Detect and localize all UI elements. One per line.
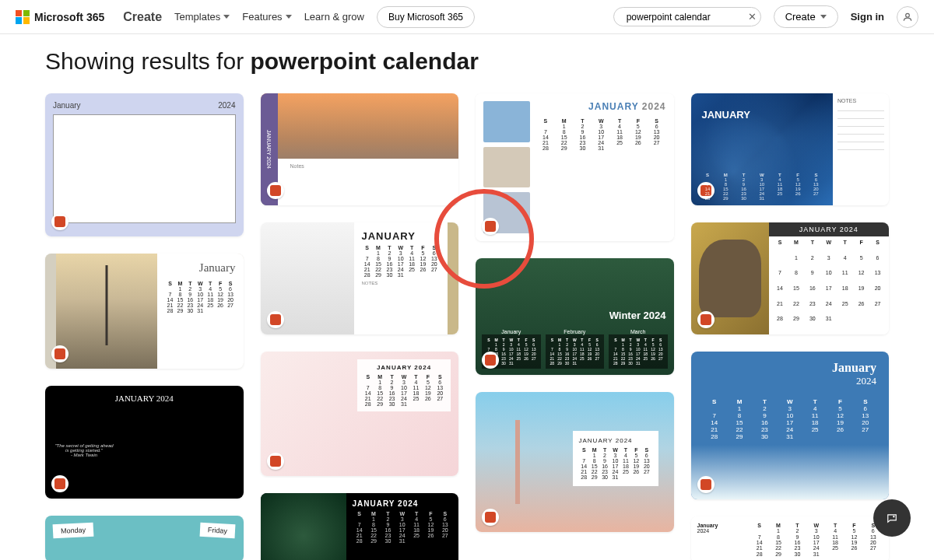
calendar-grid: SMTWTFS123456789101112131415161718192021… <box>702 398 879 440</box>
calendar-grid: SMTWTFS123456789101112131415161718192021… <box>546 334 605 369</box>
svg-point-2 <box>906 13 910 17</box>
powerpoint-badge-icon <box>51 475 68 492</box>
card-title: JANUARY 2024 <box>362 364 446 371</box>
card-month: JANUARY <box>588 101 638 112</box>
calendar-grid: SMTWTFS123456789101112131415161718192021… <box>362 245 441 278</box>
template-card[interactable]: JANUARY 2024 SMTWTFS12345678910111213141… <box>691 222 890 334</box>
sign-in-link[interactable]: Sign in <box>851 11 884 23</box>
card-preview: January 2024 SMTWTFS12345678910111213141… <box>691 352 890 499</box>
svg-point-3 <box>893 516 894 517</box>
nav-templates[interactable]: Templates <box>174 11 230 23</box>
calendar-grid: SMTWTFS123456789101112131415161718192021… <box>362 374 446 407</box>
create-button-label: Create <box>785 11 816 23</box>
card-title: JANUARY 2024 <box>53 394 236 403</box>
card-title: JANUARY 2024 <box>769 222 890 236</box>
template-card[interactable]: JANUARY 2024 SMTWTFS12345678910111213141… <box>476 93 674 241</box>
template-card[interactable]: JANUARY SMTWTFS1234567891011121314151617… <box>691 93 890 205</box>
powerpoint-badge-icon <box>267 182 284 199</box>
card-preview: Monday Friday <box>45 516 244 560</box>
card-year: 2024 <box>218 101 235 110</box>
results-query: powerpoint calendar <box>250 48 478 74</box>
card-preview: JANUARY 2024 SMTWTFS12345678910111213141… <box>261 352 459 476</box>
powerpoint-badge-icon <box>482 218 499 235</box>
card-year: 2024 <box>832 375 876 387</box>
card-month: January <box>165 261 236 275</box>
card-preview: JANUARY 2024 SMTWTFS12345678910111213141… <box>691 222 890 334</box>
card-preview: January 2024 SMTWTFS12345678910111213141… <box>691 516 890 560</box>
nav-features[interactable]: Features <box>242 11 291 23</box>
card-month: JANUARY <box>702 109 750 121</box>
feedback-fab[interactable] <box>873 499 911 537</box>
template-card[interactable]: JANUARY 2024 SMTWTFS12345678910111213141… <box>261 352 459 476</box>
ms365-logo[interactable]: Microsoft 365 <box>16 10 104 24</box>
create-button[interactable]: Create <box>774 5 838 28</box>
template-grid: January 2024 January SMTWTFS123456789101… <box>45 93 889 560</box>
powerpoint-badge-icon <box>267 453 284 470</box>
card-accent <box>448 222 458 334</box>
card-preview: JANUARY SMTWTFS1234567891011121314151617… <box>261 222 459 334</box>
nav-templates-label: Templates <box>174 11 220 23</box>
chevron-down-icon <box>820 15 827 19</box>
template-card[interactable]: Monday Friday <box>45 516 244 560</box>
card-photo <box>261 493 346 560</box>
template-card[interactable]: January 2024 SMTWTFS12345678910111213141… <box>691 516 890 560</box>
results-heading: Showing results for powerpoint calendar <box>45 48 889 75</box>
search-box[interactable]: ✕ <box>613 7 761 26</box>
card-author: - Mark Twain <box>53 453 115 457</box>
card-title: JANUARY 2024 <box>353 499 453 508</box>
calendar-grid: SMTWTFS123456789101112131415161718192021… <box>609 334 668 369</box>
card-preview: JANUARY 2024 SMTWTFS12345678910111213141… <box>476 392 674 532</box>
calendar-grid: SMTWTFS123456789101112131415161718192021… <box>353 511 453 544</box>
clear-search-icon[interactable]: ✕ <box>748 11 757 23</box>
card-title: Winter 2024 <box>476 302 674 329</box>
template-card[interactable]: January 2024 <box>45 93 244 236</box>
day-label: Monday <box>53 523 94 539</box>
person-icon <box>902 12 913 23</box>
template-card[interactable]: January 2024 SMTWTFS12345678910111213141… <box>691 352 890 499</box>
powerpoint-badge-icon <box>697 311 715 328</box>
template-card[interactable]: JANUARY SMTWTFS1234567891011121314151617… <box>261 222 459 334</box>
powerpoint-badge-icon <box>267 311 284 328</box>
card-photos <box>483 101 530 233</box>
card-month: January <box>697 523 744 528</box>
create-logo[interactable]: Create <box>123 10 162 24</box>
template-card[interactable]: Winter 2024 January SMTWTFS1234567891011… <box>476 258 674 375</box>
card-year: 2024 <box>642 101 666 112</box>
card-preview: January SMTWTFS1234567891011121314151617… <box>45 254 244 369</box>
month-label: March <box>609 329 668 334</box>
powerpoint-badge-icon <box>482 509 499 526</box>
page-content: Showing results for powerpoint calendar … <box>0 34 934 560</box>
notes-label: NOTES <box>362 281 441 285</box>
template-card[interactable]: JANUARY 2024 SMTWTFS12345678910111213141… <box>261 493 459 560</box>
card-photo <box>56 254 157 369</box>
chevron-down-icon <box>223 15 230 19</box>
header-bar: Microsoft 365 Create Templates Features … <box>0 0 934 34</box>
search-input[interactable] <box>627 12 743 23</box>
nav-learn-label: Learn & grow <box>304 11 364 23</box>
calendar-table <box>53 114 236 223</box>
buy-ms365-button[interactable]: Buy Microsoft 365 <box>377 6 475 28</box>
brand-text: Microsoft 365 <box>34 11 104 23</box>
template-card[interactable]: January SMTWTFS1234567891011121314151617… <box>45 254 244 369</box>
calendar-grid: SMTWTFS123456789101112131415161718192021… <box>165 281 236 313</box>
card-month: January <box>832 361 876 375</box>
card-quote: "The secret of getting ahead is getting … <box>53 443 115 453</box>
notes-label: NOTES <box>837 98 884 103</box>
calendar-grid <box>123 409 236 491</box>
template-card[interactable]: JANUARY 2024 SMTWTFS12345678910111213141… <box>476 392 674 532</box>
calendar-grid: SMTWTFS123456789101112131415161718192021… <box>579 447 652 480</box>
calendar-grid: SMTWTFS123456789101112131415161718192021… <box>769 236 890 334</box>
account-avatar[interactable] <box>897 6 918 28</box>
calendar-grid: SMTWTFS123456789101112131415161718192021… <box>699 173 826 201</box>
calendar-grid: SMTWTFS123456789101112131415161718192021… <box>536 118 666 151</box>
month-label: January <box>482 329 541 334</box>
calendar-grid: SMTWTFS123456789101112131415161718192021… <box>750 523 883 557</box>
powerpoint-badge-icon <box>482 352 499 369</box>
notes-label: Notes <box>290 163 304 201</box>
card-preview: JANUARY SMTWTFS1234567891011121314151617… <box>691 93 890 205</box>
card-month: January <box>53 101 81 110</box>
card-preview: January 2024 <box>45 93 244 236</box>
template-card[interactable]: JANUARY 2024 Notes <box>261 93 459 205</box>
template-card[interactable]: JANUARY 2024 "The secret of getting ahea… <box>45 386 244 499</box>
nav-learn-grow[interactable]: Learn & grow <box>304 11 364 23</box>
